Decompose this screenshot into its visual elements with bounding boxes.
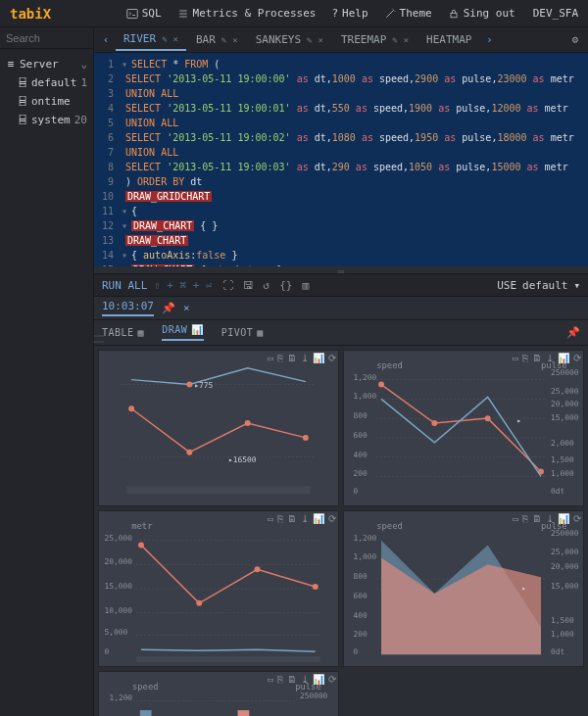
edit-icon[interactable]: ✎: [221, 35, 226, 45]
tab-sankeys[interactable]: SANKEYS ✎ ×: [248, 29, 331, 51]
refresh-icon[interactable]: ⟳: [573, 353, 581, 363]
edit-icon[interactable]: ✎: [162, 34, 167, 44]
terminal-icon: [126, 8, 138, 20]
pin-icon[interactable]: 📌: [162, 302, 175, 314]
view-draw[interactable]: DRAW📊: [162, 324, 204, 341]
data-icon[interactable]: 🗎: [287, 353, 297, 363]
sql-button[interactable]: SQL: [119, 0, 170, 26]
tab-river[interactable]: RIVER ✎ ×: [116, 29, 186, 51]
crop-icon[interactable]: ▭: [268, 513, 273, 524]
svg-text:1,200: 1,200: [353, 373, 376, 382]
bar-icon[interactable]: 📊: [558, 513, 569, 524]
db-ontime[interactable]: ⌸ ontime: [4, 92, 89, 111]
svg-point-6: [128, 406, 134, 411]
close-icon[interactable]: ×: [318, 35, 322, 45]
download-icon[interactable]: ⤓: [546, 353, 554, 363]
crop-icon[interactable]: ▭: [268, 674, 273, 685]
svg-text:25,000: 25,000: [551, 548, 579, 556]
braces-icon[interactable]: {}: [279, 279, 292, 292]
data-icon[interactable]: 🗎: [287, 674, 297, 685]
svg-text:600: 600: [353, 592, 368, 600]
data-icon[interactable]: 🗎: [532, 513, 542, 524]
result-tabs: 10:03:07 📌 ×: [94, 297, 588, 320]
splitter-handle[interactable]: ═: [94, 266, 588, 273]
wand-icon: [384, 8, 396, 20]
pin-icon[interactable]: 📌: [566, 326, 580, 339]
save-icon[interactable]: 🖫: [243, 279, 254, 292]
bar-icon[interactable]: 📊: [313, 353, 324, 363]
tab-bar[interactable]: BAR ✎ ×: [188, 29, 246, 51]
tabs-next-icon[interactable]: ›: [481, 33, 497, 46]
svg-point-36: [431, 420, 437, 426]
svg-point-4: [186, 382, 192, 388]
database-icon: ⌸: [18, 76, 27, 89]
refresh-icon[interactable]: ⟳: [328, 513, 336, 524]
svg-text:0: 0: [104, 647, 109, 656]
copy-icon[interactable]: ⎘: [522, 513, 528, 524]
svg-point-7: [186, 450, 192, 455]
chart-5: ▭⎘🗎⤓📊⟳ speedpulse 1,2000 250000: [98, 671, 339, 716]
view-pivot[interactable]: PIVOT▩: [221, 327, 264, 338]
data-icon[interactable]: 🗎: [287, 513, 297, 524]
data-icon[interactable]: 🗎: [532, 353, 542, 363]
chart-3: ▭⎘🗎⤓📊⟳ metr 25,00020,00015,00010,0005,00…: [98, 510, 339, 667]
edit-icon[interactable]: ✎: [307, 35, 312, 45]
metrics-button[interactable]: Metrics & Processes: [170, 0, 324, 26]
copy-icon[interactable]: ⎘: [522, 353, 528, 363]
svg-point-54: [255, 566, 261, 572]
download-icon[interactable]: ⤓: [301, 674, 309, 685]
download-icon[interactable]: ⤓: [546, 513, 554, 524]
run-all-button[interactable]: RUN ALL ⇧ + ⌘ + ⏎: [102, 279, 213, 292]
download-icon[interactable]: ⤓: [301, 353, 309, 363]
svg-point-35: [378, 382, 384, 388]
run-toolbar: RUN ALL ⇧ + ⌘ + ⏎ ⛶ 🖫 ↺ {} ▥ USE default…: [94, 273, 588, 297]
fullscreen-icon[interactable]: ⛶: [222, 279, 233, 292]
use-db-select[interactable]: USE default ▾: [497, 279, 580, 292]
tabs-prev-icon[interactable]: ‹: [98, 33, 114, 46]
logo: tabiX: [0, 6, 61, 22]
db-system[interactable]: ⌸ system 20: [4, 111, 89, 129]
crop-icon[interactable]: ▭: [513, 513, 518, 524]
refresh-icon[interactable]: ⟳: [328, 353, 336, 363]
sidebar: ⧩ ≡ Server ⌄ ⌸ default 1 ⌸ ontime ⌸ syst…: [0, 27, 94, 716]
history-icon[interactable]: ↺: [264, 279, 270, 292]
svg-text:▸: ▸: [516, 416, 521, 425]
svg-text:15,000: 15,000: [551, 582, 579, 591]
help-button[interactable]: ? Help: [323, 0, 375, 26]
copy-icon[interactable]: ⎘: [277, 353, 283, 363]
close-icon[interactable]: ×: [404, 35, 409, 45]
theme-button[interactable]: Theme: [376, 0, 440, 26]
result-tab-time[interactable]: 10:03:07: [102, 300, 154, 316]
crop-icon[interactable]: ▭: [513, 353, 518, 363]
close-icon[interactable]: ×: [173, 34, 178, 44]
close-icon[interactable]: ×: [232, 35, 237, 45]
layout-icon[interactable]: ▥: [302, 279, 309, 292]
server-row[interactable]: ≡ Server ⌄: [4, 55, 89, 73]
tab-treemap[interactable]: TREEMAP ✎ ×: [333, 29, 416, 51]
svg-point-8: [245, 420, 251, 426]
bar-icon[interactable]: 📊: [558, 353, 569, 363]
bar-icon[interactable]: 📊: [313, 674, 324, 685]
download-icon[interactable]: ⤓: [301, 513, 309, 524]
chevron-down-icon: ▾: [573, 279, 580, 292]
db-default[interactable]: ⌸ default 1: [4, 73, 89, 92]
svg-text:20,000: 20,000: [104, 557, 132, 566]
gear-icon[interactable]: ⚙: [565, 33, 584, 46]
view-table[interactable]: TABLE▦: [102, 327, 144, 338]
svg-point-37: [485, 415, 491, 421]
refresh-icon[interactable]: ⟳: [573, 513, 581, 524]
svg-text:20,000: 20,000: [551, 400, 579, 408]
edit-icon[interactable]: ✎: [392, 35, 397, 45]
svg-text:0dt: 0dt: [551, 487, 564, 496]
copy-icon[interactable]: ⎘: [277, 674, 283, 685]
refresh-icon[interactable]: ⟳: [328, 674, 336, 685]
copy-icon[interactable]: ⎘: [277, 513, 283, 524]
bar-icon[interactable]: 📊: [313, 513, 324, 524]
svg-text:25,000: 25,000: [551, 387, 579, 396]
close-icon[interactable]: ×: [183, 302, 190, 314]
sql-editor[interactable]: 1▾SELECT * FROM ( 2 SELECT '2013-05-11 1…: [94, 53, 588, 266]
tab-heatmap[interactable]: HEATMAP: [418, 29, 479, 51]
signout-button[interactable]: Sing out: [440, 0, 523, 26]
crop-icon[interactable]: ▭: [268, 353, 273, 363]
svg-text:speed: speed: [376, 521, 403, 531]
